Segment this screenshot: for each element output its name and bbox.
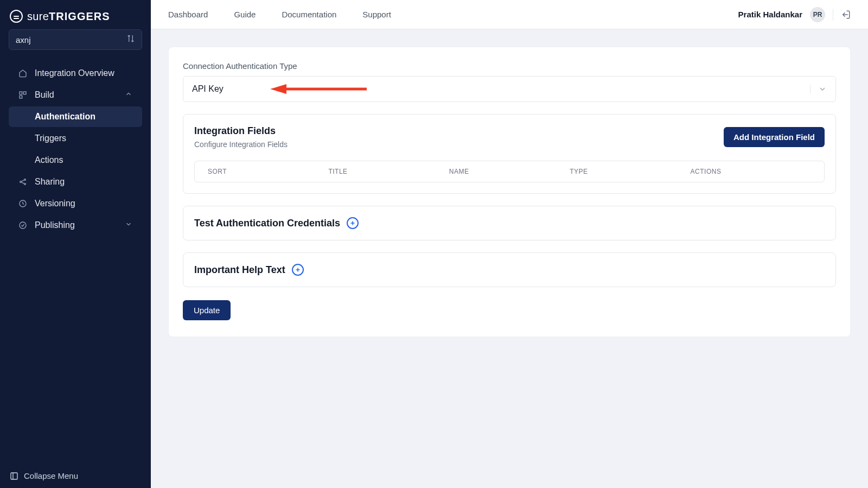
chevron-up-icon (125, 90, 132, 100)
help-text-panel: Important Help Text (183, 252, 836, 287)
home-icon (18, 69, 28, 78)
update-button[interactable]: Update (183, 300, 231, 320)
share-icon (18, 178, 28, 186)
sidebar-item-label: Integration Overview (35, 68, 114, 78)
sidebar-item-triggers[interactable]: Triggers (9, 128, 142, 149)
sidebar-item-actions[interactable]: Actions (9, 150, 142, 170)
sidebar-item-authentication[interactable]: Authentication (9, 106, 142, 127)
collapse-menu-button[interactable]: Collapse Menu (0, 464, 151, 488)
sidebar-item-label: Versioning (35, 199, 75, 208)
table-header-row: SORT TITLE NAME TYPE ACTIONS (195, 161, 824, 182)
search-value: axnj (16, 35, 126, 45)
divider (833, 9, 833, 21)
svg-point-4 (24, 179, 26, 181)
th-type: TYPE (570, 168, 690, 175)
integration-fields-table: SORT TITLE NAME TYPE ACTIONS (194, 161, 825, 182)
sidebar-item-label: Sharing (35, 177, 65, 187)
sidebar-item-label: Actions (35, 155, 63, 165)
sidebar-item-publishing[interactable]: Publishing (9, 215, 142, 236)
svg-rect-8 (11, 473, 17, 479)
help-text-title: Important Help Text (194, 264, 285, 276)
brand-light: sure (27, 10, 49, 22)
logout-icon[interactable] (841, 10, 851, 20)
svg-point-3 (20, 181, 22, 183)
chevron-down-icon (125, 220, 132, 230)
auth-type-value: API Key (192, 84, 224, 94)
sidebar-nav: Integration Overview Build Authenticatio… (0, 56, 151, 237)
svg-point-5 (24, 183, 26, 185)
svg-rect-1 (23, 92, 26, 94)
test-auth-panel: Test Authentication Credentials (183, 206, 836, 240)
avatar[interactable]: PR (810, 7, 825, 22)
svg-marker-11 (270, 84, 286, 94)
sidebar-item-overview[interactable]: Integration Overview (9, 63, 142, 84)
sort-icon[interactable] (126, 34, 135, 45)
add-integration-field-button[interactable]: Add Integration Field (724, 127, 825, 147)
svg-rect-2 (20, 96, 22, 98)
topbar: Dashboard Guide Documentation Support Pr… (151, 0, 868, 29)
brand-mark-icon (10, 10, 23, 23)
sidebar-item-label: Build (35, 90, 54, 100)
add-help-text-button[interactable] (292, 264, 304, 276)
collapse-label: Collapse Menu (24, 471, 78, 480)
annotation-arrow-icon (270, 83, 368, 95)
sidebar-item-build[interactable]: Build (9, 85, 142, 105)
chevron-down-icon (810, 85, 827, 93)
svg-rect-0 (20, 92, 22, 94)
topnav-documentation[interactable]: Documentation (282, 10, 336, 19)
sidebar-item-versioning[interactable]: Versioning (9, 193, 142, 214)
clock-icon (18, 199, 28, 208)
search-input[interactable]: axnj (9, 29, 142, 50)
th-actions: ACTIONS (691, 168, 811, 175)
sidebar-item-label: Publishing (35, 220, 75, 230)
user-name: Pratik Haldankar (738, 10, 802, 19)
topnav-guide[interactable]: Guide (234, 10, 256, 19)
grid-icon (18, 91, 28, 99)
auth-type-select[interactable]: API Key (183, 76, 836, 102)
th-title: TITLE (328, 168, 449, 175)
test-auth-title: Test Authentication Credentials (194, 218, 340, 229)
th-sort: SORT (208, 168, 328, 175)
integration-fields-subtitle: Configure Integration Fields (194, 140, 288, 149)
sidebar-item-sharing[interactable]: Sharing (9, 172, 142, 192)
auth-card: Connection Authentication Type API Key I… (168, 47, 851, 337)
top-nav: Dashboard Guide Documentation Support (168, 10, 391, 19)
brand-text: sureTRIGGERS (27, 10, 110, 23)
svg-point-7 (20, 222, 26, 229)
add-test-auth-button[interactable] (347, 217, 359, 229)
auth-type-label: Connection Authentication Type (183, 61, 836, 71)
integration-fields-panel: Integration Fields Configure Integration… (183, 114, 836, 194)
brand-bold: TRIGGERS (49, 10, 110, 22)
th-name: NAME (449, 168, 570, 175)
collapse-icon (10, 472, 18, 480)
check-circle-icon (18, 221, 28, 230)
brand-logo: sureTRIGGERS (0, 5, 151, 29)
sidebar-item-label: Triggers (35, 134, 66, 143)
sidebar: sureTRIGGERS axnj Integration Overview B… (0, 0, 151, 488)
topnav-dashboard[interactable]: Dashboard (168, 10, 208, 19)
topnav-support[interactable]: Support (362, 10, 391, 19)
sidebar-item-label: Authentication (35, 112, 95, 122)
integration-fields-title: Integration Fields (194, 125, 288, 137)
